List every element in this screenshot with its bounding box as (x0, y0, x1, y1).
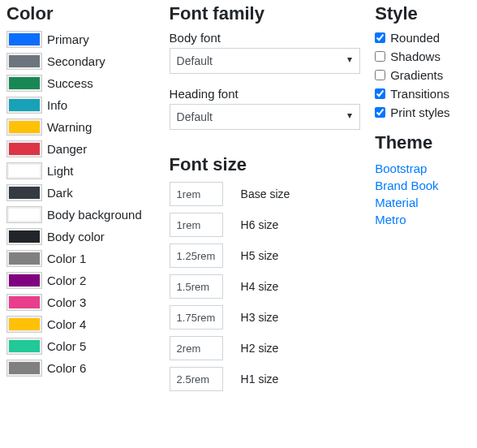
body-font-select[interactable]: Default (170, 48, 361, 74)
font-size-input[interactable] (170, 305, 223, 330)
color-label: Color 4 (47, 317, 86, 331)
theme-link[interactable]: Metro (375, 211, 471, 228)
color-label: Success (47, 76, 93, 90)
style-option[interactable]: Transitions (375, 87, 471, 101)
theme-link[interactable]: Bootstrap (375, 160, 471, 177)
color-label: Color 1 (47, 252, 86, 265)
color-swatch[interactable] (6, 162, 42, 179)
color-swatch[interactable] (6, 184, 42, 201)
style-checkbox[interactable] (375, 88, 385, 99)
font-size-row: H4 size (170, 274, 361, 299)
style-option-label: Transitions (390, 87, 449, 101)
color-row: Danger (6, 140, 155, 157)
style-checkbox[interactable] (375, 51, 385, 62)
font-size-label: H6 size (241, 218, 279, 231)
color-label: Dark (47, 186, 73, 200)
theme-heading: Theme (375, 132, 471, 153)
style-checkbox[interactable] (375, 107, 385, 118)
font-size-label: Base size (241, 187, 290, 200)
font-section: Font family Body font Default Heading fo… (170, 3, 361, 398)
color-row: Color 6 (6, 360, 155, 377)
color-row: Body color (6, 228, 155, 245)
color-label: Color 5 (47, 339, 86, 353)
color-swatch[interactable] (6, 53, 42, 70)
heading-font-label: Heading font (170, 87, 361, 101)
style-option[interactable]: Shadows (375, 50, 471, 63)
color-swatch[interactable] (6, 272, 42, 289)
color-row: Light (6, 162, 155, 179)
style-option[interactable]: Gradients (375, 68, 471, 82)
color-swatch[interactable] (6, 31, 42, 48)
font-size-row: H1 size (170, 367, 361, 391)
color-row: Info (6, 97, 155, 114)
color-row: Dark (6, 184, 155, 201)
theme-link[interactable]: Material (375, 194, 471, 211)
font-size-label: H2 size (241, 342, 279, 355)
style-option-label: Gradients (390, 68, 443, 82)
font-size-label: H1 size (241, 373, 279, 386)
font-size-input[interactable] (170, 213, 223, 237)
color-swatch[interactable] (6, 118, 42, 136)
heading-font-select[interactable]: Default (170, 104, 361, 130)
font-size-input[interactable] (170, 243, 223, 268)
theme-link[interactable]: Brand Book (375, 177, 471, 194)
style-checkbox[interactable] (375, 32, 385, 43)
font-size-input[interactable] (170, 336, 223, 360)
font-size-input[interactable] (170, 274, 223, 299)
color-label: Secondary (47, 54, 105, 68)
font-size-row: Base size (170, 182, 361, 206)
color-label: Info (47, 98, 67, 112)
color-row: Color 5 (6, 338, 155, 355)
color-swatch[interactable] (6, 294, 42, 311)
font-size-label: H5 size (241, 249, 279, 262)
style-option[interactable]: Print styles (375, 106, 471, 119)
color-row: Primary (6, 31, 155, 48)
color-label: Color 6 (47, 361, 86, 375)
color-label: Primary (47, 32, 89, 46)
color-label: Color 2 (47, 274, 86, 287)
color-row: Color 3 (6, 294, 155, 311)
style-option[interactable]: Rounded (375, 31, 471, 45)
color-row: Warning (6, 118, 155, 136)
color-label: Body color (47, 230, 105, 243)
color-label: Body background (47, 208, 142, 222)
font-size-row: H3 size (170, 305, 361, 330)
color-section: Color PrimarySecondarySuccessInfoWarning… (6, 3, 155, 398)
color-swatch[interactable] (6, 338, 42, 355)
font-size-input[interactable] (170, 367, 223, 391)
color-row: Color 2 (6, 272, 155, 289)
color-swatch[interactable] (6, 250, 42, 267)
font-size-label: H3 size (241, 311, 279, 324)
color-heading: Color (6, 3, 155, 24)
color-row: Body background (6, 206, 155, 223)
body-font-label: Body font (170, 31, 361, 45)
style-option-label: Print styles (390, 106, 449, 119)
color-label: Color 3 (47, 295, 86, 309)
font-size-row: H5 size (170, 243, 361, 268)
style-heading: Style (375, 3, 471, 24)
color-row: Success (6, 75, 155, 92)
color-swatch[interactable] (6, 316, 42, 333)
color-label: Light (47, 164, 74, 178)
color-swatch[interactable] (6, 228, 42, 245)
font-size-label: H4 size (241, 280, 279, 293)
color-row: Color 4 (6, 316, 155, 333)
color-label: Danger (47, 142, 87, 156)
font-family-heading: Font family (170, 3, 361, 24)
style-checkbox[interactable] (375, 70, 385, 80)
font-size-row: H6 size (170, 213, 361, 237)
color-swatch[interactable] (6, 97, 42, 114)
color-label: Warning (47, 120, 92, 134)
color-swatch[interactable] (6, 75, 42, 92)
color-swatch[interactable] (6, 360, 42, 377)
style-option-label: Rounded (390, 31, 440, 45)
color-row: Secondary (6, 53, 155, 70)
font-size-row: H2 size (170, 336, 361, 360)
font-size-heading: Font size (170, 154, 361, 175)
font-size-input[interactable] (170, 182, 223, 206)
style-section: Style RoundedShadowsGradientsTransitions… (375, 3, 471, 398)
color-row: Color 1 (6, 250, 155, 267)
color-swatch[interactable] (6, 206, 42, 223)
style-option-label: Shadows (390, 50, 440, 63)
color-swatch[interactable] (6, 140, 42, 157)
